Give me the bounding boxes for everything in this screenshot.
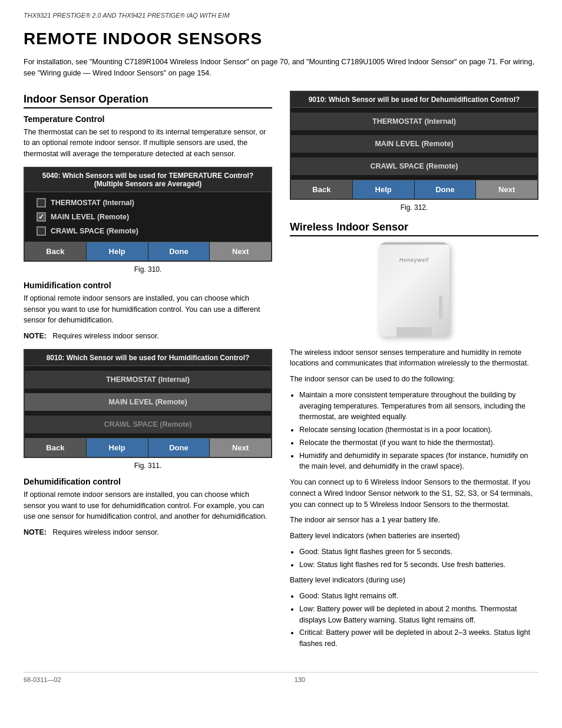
sensor-image-container: Honeywell [290,242,538,337]
sensor-bullet-4: Humidify and dehumidify in separate spac… [299,450,538,473]
fig310-box: 5040: Which Sensors will be used for TEM… [24,167,272,262]
battery-text2: Battery level indicators (when batteries… [290,531,538,542]
sensor-bullets-list: Maintain a more consistent temperature t… [299,390,538,472]
sensor-bullet-1: Maintain a more consistent temperature t… [299,390,538,423]
sensor-bullet-2: Relocate sensing location (thermostat is… [299,424,538,436]
fig310-option-1: THERMOSTAT (Internal) [37,198,134,207]
sensor-bullet-3: Relocate the thermostat (if you want to … [299,437,538,449]
battery-text1: The indoor air sensor has a 1 year batte… [290,515,538,526]
section-indoor-sensor: Indoor Sensor Operation [24,93,272,108]
fig310-label-1: THERMOSTAT (Internal) [51,199,134,207]
fig311-option-3: CRAWL SPACE (Remote) [25,416,271,433]
fig310-option-2: ✓ MAIN LEVEL (Remote) [37,212,129,222]
fig311-done-btn[interactable]: Done [148,439,210,457]
wireless-desc1: You can connect up to 6 Wireless Indoor … [290,477,538,510]
fig312-btn-row: Back Help Done Next [291,180,537,199]
fig311-help-btn[interactable]: Help [87,439,148,457]
sensor-image: Honeywell [379,242,449,337]
fig310-checkbox-3[interactable] [37,226,46,236]
page-title: REMOTE INDOOR SENSORS [24,29,538,48]
battery-bullet2-1: Good: Status light remains off. [299,591,538,602]
fig312-box: 9010: Which Sensor will be used for Dehu… [290,91,538,200]
fig311-body: THERMOSTAT (Internal) MAIN LEVEL (Remote… [25,366,271,438]
fig310-btn-row: Back Help Done Next [25,242,271,261]
humid-note: NOTE: NOTE: Requires wireless indoor sen… [24,331,272,342]
battery-bullet1-1: Good: Status light flashes green for 5 s… [299,546,538,558]
header-text: THX9321 PRESTIGE® 2.0 AND THX9421 PRESTI… [24,12,230,19]
fig310-checkbox-2[interactable]: ✓ [37,212,46,222]
footer-center: 130 [295,676,305,683]
subsection-dehum: Dehumidification control [24,477,272,486]
page-footer: 68-0311—02 130 [24,672,538,683]
right-column: 9010: Which Sensor will be used for Dehu… [290,84,538,654]
fig312-next-btn[interactable]: Next [476,180,537,199]
fig311-option-1: THERMOSTAT (Internal) [25,371,271,388]
battery-bullet1-2: Low: Status light flashes red for 5 seco… [299,559,538,571]
subsection-humid: Humidification control [24,281,272,290]
footer-left: 68-0311—02 [24,676,61,683]
page-header: THX9321 PRESTIGE® 2.0 AND THX9421 PRESTI… [24,12,538,19]
subsection-temp-control: Temperature Control [24,114,272,124]
dehum-note: NOTE: Requires wireless indoor sensor. [24,527,272,538]
fig311-next-btn[interactable]: Next [210,439,271,457]
sensor-desc2: The indoor sensor can be used to do the … [290,374,538,385]
fig310-back-btn[interactable]: Back [25,242,87,261]
battery-bullet2-2: Low: Battery power will be depleted in a… [299,604,538,626]
fig310-help-btn[interactable]: Help [87,242,148,261]
fig310-done-btn[interactable]: Done [148,242,210,261]
fig312-option-1: THERMOSTAT (Internal) [291,113,537,130]
intro-text: For installation, see "Mounting C7189R10… [24,57,538,79]
dehum-text: If optional remote indoor sensors are in… [24,489,272,522]
fig310-label-3: CRAWL SPACE (Remote) [51,227,138,235]
fig311-box: 8010: Which Sensor will be used for Humi… [24,349,272,458]
fig310-option-3: CRAWL SPACE (Remote) [37,226,138,236]
fig312-done-btn[interactable]: Done [415,180,477,199]
fig312-option-2: MAIN LEVEL (Remote) [291,135,537,153]
sensor-foot [396,327,432,337]
left-column: Indoor Sensor Operation Temperature Cont… [24,84,272,654]
fig312-option-3: CRAWL SPACE (Remote) [291,157,537,175]
fig310-body: THERMOSTAT (Internal) ✓ MAIN LEVEL (Remo… [25,192,271,242]
sensor-brand-label: Honeywell [399,257,429,263]
battery-bullets1-list: Good: Status light flashes green for 5 s… [299,546,538,571]
battery-bullet2-3: Critical: Battery power will be depleted… [299,627,538,650]
temp-control-text: The thermostat can be set to respond to … [24,127,272,160]
fig312-body: THERMOSTAT (Internal) MAIN LEVEL (Remote… [291,108,537,180]
fig310-label-2: MAIN LEVEL (Remote) [51,213,129,221]
fig311-btn-row: Back Help Done Next [25,438,271,457]
fig310-caption: Fig. 310. [24,265,272,274]
sensor-vent [439,295,442,319]
battery-bullets2-list: Good: Status light remains off. Low: Bat… [299,591,538,650]
fig310-header: 5040: Which Sensors will be used for TEM… [25,168,271,192]
fig310-next-btn[interactable]: Next [210,242,271,261]
fig312-help-btn[interactable]: Help [353,180,415,199]
fig311-option-2: MAIN LEVEL (Remote) [25,393,271,411]
battery-text3: Battery level indicators (during use) [290,575,538,586]
fig311-header: 8010: Which Sensor will be used for Humi… [25,350,271,366]
section-wireless: Wireless Indoor Sensor [290,221,538,236]
fig311-caption: Fig. 311. [24,462,272,470]
fig312-header: 9010: Which Sensor will be used for Dehu… [291,92,537,108]
fig312-back-btn[interactable]: Back [291,180,353,199]
humid-text: If optional remote indoor sensors are in… [24,293,272,326]
fig310-checkbox-1[interactable] [37,198,46,207]
fig311-back-btn[interactable]: Back [25,439,87,457]
fig312-caption: Fig. 312. [290,203,538,212]
sensor-desc1: The wireless indoor sensor senses temper… [290,347,538,370]
